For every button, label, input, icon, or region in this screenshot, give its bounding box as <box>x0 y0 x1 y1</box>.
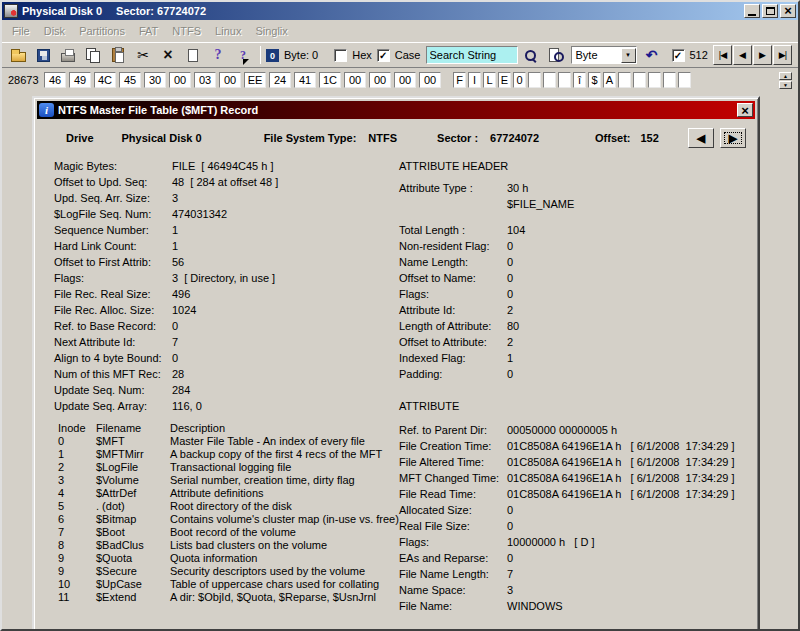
record-nav <box>713 45 792 65</box>
search-button[interactable] <box>519 44 543 66</box>
field-value: 2 <box>507 302 513 318</box>
hex-byte-cell[interactable]: 00 <box>344 72 366 88</box>
hex-byte-cell[interactable]: 1C <box>319 72 341 88</box>
hex-byte-cell[interactable]: 00 <box>419 72 441 88</box>
hex-char-cell[interactable]: î <box>573 72 586 88</box>
hex-byte-cell[interactable]: 45 <box>119 72 141 88</box>
hex-char-cell[interactable] <box>678 72 691 88</box>
sector-label: Sector : <box>437 132 478 144</box>
paste-button[interactable] <box>106 44 130 66</box>
hex-char-cell[interactable] <box>618 72 631 88</box>
hex-char-cell[interactable] <box>528 72 541 88</box>
hex-char-cell[interactable] <box>558 72 571 88</box>
search-preview-button[interactable] <box>544 44 568 66</box>
hex-char-cell[interactable] <box>648 72 661 88</box>
hex-char-cell[interactable]: A <box>603 72 616 88</box>
open-button[interactable] <box>6 44 30 66</box>
filename-cell: $Volume <box>96 474 170 487</box>
field-label: Flags: <box>54 270 172 286</box>
save-button[interactable] <box>31 44 55 66</box>
search-input[interactable] <box>426 46 518 64</box>
hex-char-cell[interactable] <box>663 72 676 88</box>
nav-next-button[interactable] <box>753 45 772 65</box>
field-value: 30 h $FILE_NAME <box>507 180 574 212</box>
field-row: Flags: 10000000 h [ D ] <box>399 534 758 550</box>
hex-byte-cell[interactable]: 49 <box>69 72 91 88</box>
cut-button[interactable] <box>131 44 155 66</box>
filename-cell: $UpCase <box>96 578 170 591</box>
inode-header: Inode <box>58 422 96 435</box>
nav-first-button[interactable] <box>713 45 732 65</box>
field-label: File Name Length: <box>399 566 507 582</box>
dialog-close-button[interactable] <box>737 103 753 117</box>
field-row: Hard Link Count: 1 <box>54 238 399 254</box>
hex-char-cell[interactable]: 0 <box>513 72 526 88</box>
context-help-button[interactable] <box>231 44 255 66</box>
hex-byte-cell[interactable]: 46 <box>44 72 66 88</box>
field-label: Total Length : <box>399 222 507 238</box>
maximize-button[interactable] <box>762 4 778 18</box>
chevron-down-icon[interactable] <box>621 48 636 63</box>
nav-previous-button[interactable] <box>733 45 752 65</box>
field-value: 474031342 <box>172 206 227 222</box>
next-record-button[interactable] <box>720 128 746 148</box>
delete-button[interactable] <box>156 44 180 66</box>
hex-char-cell[interactable]: F <box>453 72 466 88</box>
spin-up-icon[interactable] <box>779 72 792 80</box>
description-cell: A backup copy of the first 4 recs of the… <box>170 448 399 461</box>
print-button[interactable] <box>56 44 80 66</box>
copy-button[interactable] <box>81 44 105 66</box>
filename-cell: . (dot) <box>96 500 170 513</box>
hex-checkbox[interactable] <box>334 49 347 62</box>
nav-last-button[interactable] <box>773 45 792 65</box>
block-512-checkbox[interactable] <box>672 49 685 62</box>
filename-cell: $MFT <box>96 435 170 448</box>
field-row: $LogFile Seq. Num: 474031342 <box>54 206 399 222</box>
hex-byte-cell[interactable]: 24 <box>269 72 291 88</box>
field-row: Name Length: 0 <box>399 254 758 270</box>
inode-cell: 7 <box>58 526 96 539</box>
hex-chars: FILE0î$A <box>453 72 691 88</box>
window-title-sector: Sector: 67724072 <box>116 5 206 17</box>
field-label: Flags: <box>399 534 507 550</box>
hex-char-cell[interactable]: L <box>483 72 496 88</box>
hex-char-cell[interactable]: $ <box>588 72 601 88</box>
menu-item[interactable]: Partitions <box>72 22 132 40</box>
hex-char-cell[interactable]: I <box>468 72 481 88</box>
menu-item[interactable]: File <box>5 22 37 40</box>
hex-byte-cell[interactable]: 00 <box>169 72 191 88</box>
help-button[interactable] <box>206 44 230 66</box>
field-label: Num of this MFT Rec: <box>54 366 172 382</box>
hex-byte-cell[interactable]: 30 <box>144 72 166 88</box>
new-button[interactable] <box>181 44 205 66</box>
hex-char-cell[interactable] <box>633 72 646 88</box>
close-button[interactable] <box>780 4 796 18</box>
byte-offset-icon <box>266 49 279 62</box>
hex-char-cell[interactable]: E <box>498 72 511 88</box>
hex-char-cell[interactable] <box>543 72 556 88</box>
menu-item[interactable]: FAT <box>132 22 165 40</box>
undo-button[interactable] <box>640 44 664 66</box>
field-value: 01C8508A 64196E1A h [ 6/1/2008 17:34:29 … <box>507 438 735 454</box>
minimize-button[interactable] <box>744 4 760 18</box>
menu-item[interactable]: Singlix <box>248 22 294 40</box>
hex-byte-cell[interactable]: 4C <box>94 72 116 88</box>
menu-item[interactable]: Disk <box>37 22 72 40</box>
hex-byte-cell[interactable]: 03 <box>194 72 216 88</box>
hex-byte-cell[interactable]: EE <box>244 72 266 88</box>
hex-byte-cell[interactable]: 00 <box>219 72 241 88</box>
menu-item[interactable]: Linux <box>208 22 248 40</box>
hex-byte-cell[interactable]: 00 <box>394 72 416 88</box>
filename-cell: $Extend <box>96 591 170 604</box>
hex-byte-cell[interactable]: 00 <box>369 72 391 88</box>
menu-item[interactable]: NTFS <box>165 22 208 40</box>
hex-byte-cell[interactable]: 41 <box>294 72 316 88</box>
spin-down-icon[interactable] <box>779 81 792 89</box>
case-checkbox[interactable] <box>377 49 390 62</box>
field-label: Ref. to Base Record: <box>54 318 172 334</box>
unit-combo[interactable]: Byte <box>571 46 637 64</box>
field-value: 01C8508A 64196E1A h [ 6/1/2008 17:34:29 … <box>507 486 735 502</box>
menu-bar: FileDiskPartitionsFATNTFSLinuxSinglix <box>2 20 798 42</box>
previous-record-button[interactable] <box>688 128 714 148</box>
filename-cell: $Secure <box>96 565 170 578</box>
